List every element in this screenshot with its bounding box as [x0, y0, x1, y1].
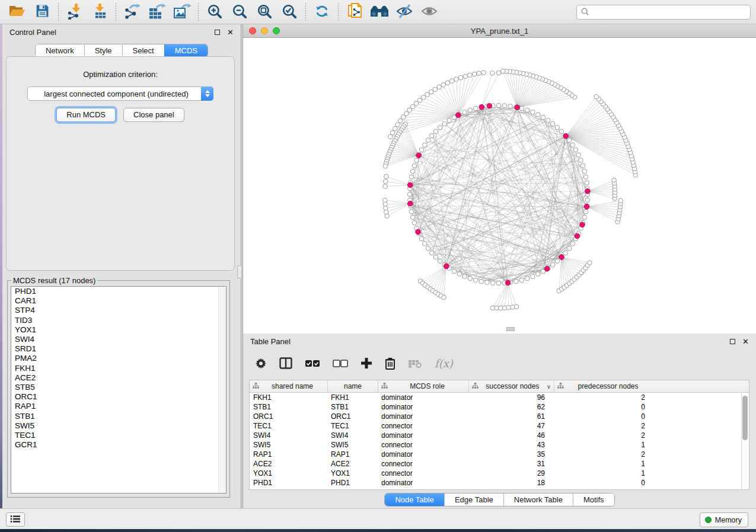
network-node[interactable] [383, 184, 388, 189]
mcds-node[interactable] [580, 222, 585, 227]
zoom-selected-button[interactable] [279, 2, 300, 22]
network-node[interactable] [485, 280, 490, 285]
mcds-result-item[interactable]: RAP1 [11, 402, 226, 411]
network-node[interactable] [496, 103, 501, 108]
network-node[interactable] [519, 106, 524, 111]
network-node[interactable] [468, 276, 473, 281]
mcds-node[interactable] [563, 133, 569, 139]
network-node[interactable] [412, 220, 417, 225]
function-builder-button[interactable]: f(x) [435, 357, 453, 370]
network-node[interactable] [463, 74, 468, 79]
mcds-result-item[interactable]: PHD1 [11, 287, 226, 296]
network-node[interactable] [433, 129, 438, 134]
close-panel-icon[interactable]: ✕ [742, 338, 749, 345]
network-node[interactable] [479, 279, 484, 284]
network-node[interactable] [419, 236, 424, 241]
network-node[interactable] [452, 269, 457, 274]
network-node[interactable] [582, 169, 587, 174]
mcds-node[interactable] [584, 204, 589, 210]
table-row-TEC1[interactable]: TEC1TEC1connector472 [250, 421, 749, 431]
network-node[interactable] [588, 261, 592, 265]
mcds-node[interactable] [505, 280, 511, 286]
mcds-result-item[interactable]: STB5 [11, 383, 226, 392]
mcds-node[interactable] [416, 153, 422, 158]
network-node[interactable] [462, 274, 467, 279]
network-node[interactable] [385, 214, 390, 219]
network-graph[interactable] [243, 38, 756, 334]
column-header-predecessor-nodes[interactable]: predecessor nodes [554, 380, 654, 392]
refresh-view-button[interactable] [311, 2, 333, 22]
network-node[interactable] [473, 106, 478, 111]
network-node[interactable] [445, 81, 450, 85]
run-mcds-button[interactable]: Run MCDS [56, 108, 116, 122]
network-node[interactable] [496, 70, 501, 75]
column-header-name[interactable]: name [327, 380, 378, 392]
tab-motifs[interactable]: Motifs [573, 493, 614, 506]
network-node[interactable] [438, 125, 442, 130]
save-session-button[interactable] [31, 2, 53, 22]
network-node[interactable] [551, 262, 556, 267]
mcds-result-item[interactable]: STB1 [11, 412, 226, 421]
network-node[interactable] [594, 94, 599, 99]
mcds-result-item[interactable]: GCR1 [11, 440, 226, 450]
network-node[interactable] [433, 255, 438, 259]
network-node[interactable] [583, 175, 588, 180]
mcds-node[interactable] [479, 104, 484, 110]
tab-node-table[interactable]: Node Table [385, 493, 444, 506]
network-node[interactable] [383, 164, 388, 169]
mcds-node[interactable] [515, 105, 520, 110]
zoom-out-button[interactable] [229, 2, 250, 22]
mcds-result-item[interactable]: FKH1 [11, 364, 226, 373]
table-row-ACE2[interactable]: ACE2ACE2connector311 [250, 459, 749, 469]
criterion-select[interactable]: largest connected component (undirected) [27, 86, 213, 101]
network-node[interactable] [531, 274, 535, 279]
network-node[interactable] [579, 158, 583, 163]
table-row-PHD1[interactable]: PHD1PHD1dominator180 [250, 478, 749, 488]
network-node[interactable] [422, 242, 427, 246]
network-node[interactable] [555, 125, 560, 130]
mcds-list-scrollbar[interactable] [218, 287, 225, 492]
network-node[interactable] [422, 143, 427, 148]
show-columns-button[interactable] [279, 357, 292, 369]
network-node[interactable] [410, 215, 415, 220]
mcds-result-item[interactable]: ACE2 [11, 373, 226, 383]
network-node[interactable] [473, 278, 478, 283]
export-network-button[interactable] [122, 2, 143, 22]
network-canvas[interactable] [243, 38, 756, 334]
network-node[interactable] [580, 164, 585, 168]
network-node[interactable] [468, 73, 473, 78]
network-node[interactable] [612, 178, 617, 182]
mcds-node[interactable] [444, 264, 449, 269]
network-node[interactable] [536, 272, 541, 277]
float-panel-icon[interactable] [215, 30, 220, 35]
table-row-STB1[interactable]: STB1STB1dominator620 [250, 402, 749, 412]
network-node[interactable] [496, 281, 501, 286]
mcds-node[interactable] [544, 267, 550, 272]
select-all-rows-button[interactable] [305, 358, 320, 368]
mcds-result-item[interactable]: SRD1 [11, 344, 226, 354]
network-node[interactable] [531, 110, 535, 115]
tab-select[interactable]: Select [122, 44, 164, 57]
table-row-RAP1[interactable]: RAP1RAP1dominator352 [250, 450, 749, 459]
mcds-result-item[interactable]: SWI4 [11, 335, 226, 344]
network-node[interactable] [442, 121, 447, 126]
network-node[interactable] [407, 192, 412, 197]
network-titlebar[interactable]: YPA_prune.txt_1 [243, 24, 756, 38]
import-table-button[interactable] [89, 2, 110, 22]
network-node[interactable] [500, 69, 505, 73]
table-row-ORC1[interactable]: ORC1ORC1dominator610 [250, 412, 749, 421]
network-node[interactable] [502, 104, 507, 108]
network-node[interactable] [433, 87, 438, 92]
network-node[interactable] [525, 276, 529, 281]
close-panel-icon[interactable]: ✕ [227, 28, 234, 36]
mcds-node[interactable] [456, 113, 461, 118]
network-node[interactable] [490, 281, 495, 286]
network-node[interactable] [567, 246, 572, 251]
column-header-MCDS-role[interactable]: MCDS role [378, 380, 468, 392]
network-node[interactable] [426, 138, 430, 143]
network-node[interactable] [583, 209, 588, 214]
network-node[interactable] [490, 70, 495, 75]
mcds-node[interactable] [487, 104, 492, 109]
table-row-SWI5[interactable]: SWI5SWI5connector431 [250, 440, 749, 450]
column-header-successor-nodes[interactable]: successor nodes∨ [468, 380, 554, 392]
